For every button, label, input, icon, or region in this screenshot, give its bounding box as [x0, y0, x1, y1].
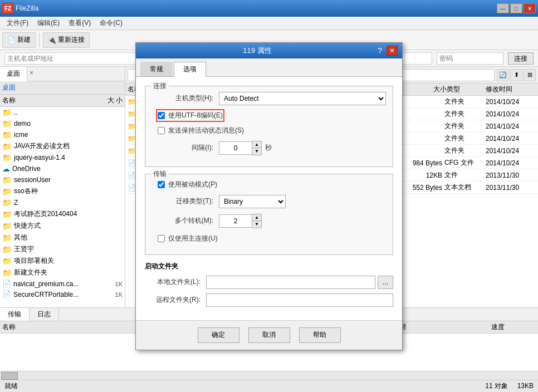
dialog-help-button[interactable]: ?	[374, 46, 385, 56]
startup-section: 启动文件夹 本地文件夹(L): ... 远程文件夹(R):	[145, 262, 393, 307]
host-type-select[interactable]: Auto Detect	[219, 92, 386, 105]
transfer-section: 传输 使用被动模式(P) 迁移类型(T): Binary 多个转机(M):	[145, 174, 393, 255]
passive-row: 使用被动模式(P)	[158, 180, 386, 189]
host-type-row: 主机类型(H): Auto Detect	[152, 92, 386, 105]
transfer-type-row: 迁移类型(T): Binary	[152, 195, 386, 208]
multi-spinbox: ▲ ▼	[219, 214, 262, 228]
keepalive-checkbox[interactable]	[158, 127, 165, 134]
startup-section-title: 启动文件夹	[145, 262, 393, 271]
local-folder-input[interactable]	[206, 276, 375, 289]
utf8-row: 使用UTF-8编码(E)	[158, 111, 386, 120]
utf8-label: 使用UTF-8编码(E)	[168, 111, 223, 120]
multi-input[interactable]	[219, 214, 252, 228]
utf8-checkbox[interactable]	[158, 112, 165, 119]
keepalive-row: 发送保持活动状态消息(S)	[158, 126, 386, 135]
passive-label: 使用被动模式(P)	[168, 180, 217, 189]
keepalive-label: 发送保持活动状态消息(S)	[168, 126, 244, 135]
help-button[interactable]: 帮助	[299, 327, 341, 343]
interval-spinbox-controls: ▲ ▼	[252, 141, 262, 155]
master-only-checkbox[interactable]	[158, 235, 165, 242]
interval-unit: 秒	[262, 143, 272, 153]
interval-spinbox: ▲ ▼	[219, 141, 262, 155]
multi-down-button[interactable]: ▼	[252, 221, 261, 228]
connection-section: 连接 主机类型(H): Auto Detect 使用UTF-8编码(E)	[145, 86, 393, 167]
interval-input[interactable]	[219, 141, 252, 155]
master-only-row: 仅使用主连接(U)	[158, 234, 386, 243]
interval-up-button[interactable]: ▲	[252, 141, 261, 148]
interval-down-button[interactable]: ▼	[252, 148, 261, 155]
passive-checkbox[interactable]	[158, 181, 165, 188]
multi-label: 多个转机(M):	[152, 216, 219, 226]
connection-section-title: 连接	[151, 81, 169, 91]
remote-folder-label: 远程文件夹(R):	[145, 295, 206, 305]
utf8-checkbox-group: 使用UTF-8编码(E)	[158, 111, 223, 120]
transfer-section-title: 传输	[151, 169, 169, 179]
multi-spinbox-controls: ▲ ▼	[252, 214, 262, 228]
cancel-button[interactable]: 取消	[248, 327, 290, 343]
interval-label: 间隔(I):	[152, 143, 219, 153]
host-type-label: 主机类型(H):	[152, 94, 219, 103]
local-browse-button[interactable]: ...	[378, 276, 393, 289]
tab-options[interactable]: 选项	[174, 62, 206, 77]
dialog-content: 连接 主机类型(H): Auto Detect 使用UTF-8编码(E)	[136, 77, 402, 320]
multi-up-button[interactable]: ▲	[252, 214, 261, 221]
transfer-type-select[interactable]: Binary	[219, 195, 286, 208]
dialog-close-button[interactable]: ✕	[387, 46, 398, 56]
dialog-title-bar: 119 属性 ? ✕	[136, 43, 402, 58]
transfer-type-label: 迁移类型(T):	[152, 197, 219, 206]
dialog-title: 119 属性	[140, 46, 374, 56]
properties-dialog: 119 属性 ? ✕ 常规 选项 连接 主机类型(H): Auto Detect	[135, 42, 403, 350]
dialog-overlay: 119 属性 ? ✕ 常规 选项 连接 主机类型(H): Auto Detect	[0, 0, 538, 392]
local-folder-row: 本地文件夹(L): ...	[145, 276, 393, 289]
remote-folder-input[interactable]	[206, 293, 393, 307]
dialog-footer: 确定 取消 帮助	[136, 320, 402, 350]
remote-folder-row: 远程文件夹(R):	[145, 293, 393, 307]
dialog-title-controls: ? ✕	[374, 46, 398, 56]
interval-row: 间隔(I): ▲ ▼ 秒	[152, 141, 386, 155]
tab-general[interactable]: 常规	[140, 62, 173, 76]
local-folder-label: 本地文件夹(L):	[145, 277, 206, 287]
dialog-tabs: 常规 选项	[136, 58, 402, 77]
master-only-label: 仅使用主连接(U)	[168, 234, 218, 243]
confirm-button[interactable]: 确定	[198, 327, 239, 343]
multi-row: 多个转机(M): ▲ ▼	[152, 214, 386, 228]
